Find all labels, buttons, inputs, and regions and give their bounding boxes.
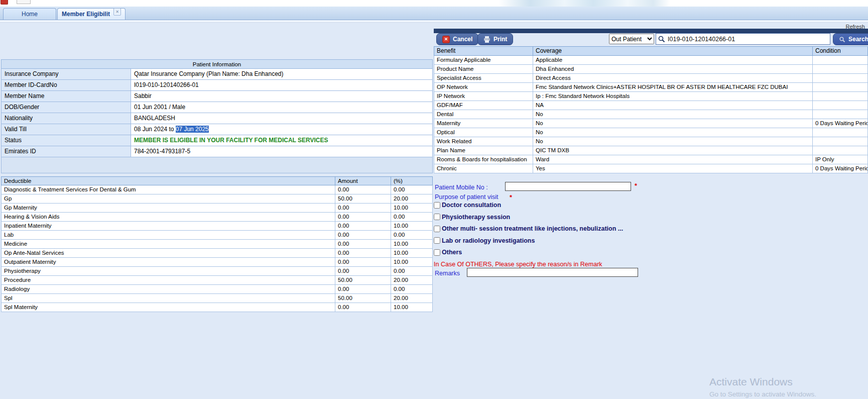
deductible-percent-cell: 20.00 xyxy=(391,276,432,284)
remarks-label: Remarks xyxy=(435,270,460,277)
benefit-row: Plan NameQIC TM DXB xyxy=(434,146,868,155)
patient-info-row: Insurance CompanyQatar Insurance Company… xyxy=(1,69,433,80)
deductible-name-cell: Spl xyxy=(2,294,335,303)
coverage-cell: No xyxy=(533,119,812,128)
tab-home-label: Home xyxy=(22,11,38,18)
search-input[interactable] xyxy=(667,35,830,43)
patient-info-row: Member NameSabbir xyxy=(1,91,433,102)
deductible-amount-cell: 50.00 xyxy=(335,194,391,203)
selected-date-text: 07 Jun 2025 xyxy=(176,126,209,133)
benefit-name-cell: Chronic xyxy=(434,164,533,173)
tab-member-label: Member Eligibilit xyxy=(62,11,110,18)
patient-info-row: Emirates ID784-2001-4793187-5 xyxy=(1,146,433,157)
deductible-percent-cell: 0.00 xyxy=(391,231,432,239)
tab-home[interactable]: Home xyxy=(3,8,56,20)
deductible-row: Lab0.000.00 xyxy=(1,231,433,240)
benefit-name-cell: Formulary Applicable xyxy=(434,56,533,64)
visit-option[interactable]: Other multi- session treatment like inje… xyxy=(434,225,695,232)
deductible-table: Deductible Amount (%) Diagnostic & Treat… xyxy=(1,176,433,312)
coverage-cell: No xyxy=(533,128,812,137)
cancel-button[interactable]: ✕ Cancel xyxy=(436,33,478,45)
field-label: Nationality xyxy=(2,113,131,124)
condition-cell: IP Only xyxy=(812,155,867,164)
deductible-row: Op Ante-Natal Services0.0010.00 xyxy=(1,249,433,258)
visit-option-checkbox[interactable] xyxy=(434,202,440,209)
deductible-amount-cell: 0.00 xyxy=(335,249,391,257)
visit-option[interactable]: Lab or radiology investigations xyxy=(434,237,695,244)
visit-option-label: Doctor consultation xyxy=(442,202,501,209)
deductible-percent-cell: 0.00 xyxy=(391,267,432,275)
amount-header: Amount xyxy=(335,177,391,185)
visit-option-checkbox[interactable] xyxy=(434,237,440,244)
field-value-text: 01 Jun 2001 / Male xyxy=(134,104,185,111)
patient-type-select[interactable]: Out Patient xyxy=(609,34,654,44)
visit-option-label: Lab or radiology investigations xyxy=(442,237,535,244)
search-label: Search xyxy=(848,36,868,43)
activate-windows-subtext: Go to Settings to activate Windows. xyxy=(709,390,816,398)
deductible-percent-cell: 20.00 xyxy=(391,194,432,203)
deductible-row: Inpatient Maternity0.0010.00 xyxy=(1,222,433,231)
close-tab-icon[interactable]: ✕ xyxy=(113,8,121,16)
logo-fragment-icon xyxy=(1,0,8,5)
deductible-row: Hearing & Vision Aids0.000.00 xyxy=(1,213,433,222)
benefit-name-cell: Maternity xyxy=(434,119,533,128)
deductible-amount-cell: 0.00 xyxy=(335,185,391,194)
benefit-row: Specialist AccessDirect Access xyxy=(434,74,868,83)
coverage-cell: No xyxy=(533,137,812,146)
deductible-amount-cell: 50.00 xyxy=(335,276,391,284)
deductible-name-cell: Procedure xyxy=(2,276,335,284)
visit-option-checkbox[interactable] xyxy=(434,214,440,220)
visit-option-checkbox[interactable] xyxy=(434,249,440,256)
visit-option[interactable]: Physiotherapy session xyxy=(434,214,695,221)
cancel-icon: ✕ xyxy=(442,36,450,43)
benefit-row: GDF/MAFNA xyxy=(434,101,868,110)
deductible-percent-cell: 10.00 xyxy=(391,240,432,248)
field-value: 01 Jun 2001 / Male xyxy=(131,102,432,113)
deductible-amount-cell: 0.00 xyxy=(335,303,391,312)
deductible-row: Spl Maternity0.0010.00 xyxy=(1,303,433,312)
patient-mobile-input[interactable] xyxy=(505,182,631,191)
coverage-cell: QIC TM DXB xyxy=(533,146,812,155)
search-button[interactable]: Search xyxy=(833,33,868,45)
deductible-row: Medicine0.0010.00 xyxy=(1,240,433,249)
visit-option[interactable]: Doctor consultation xyxy=(434,202,695,209)
deductible-percent-cell: 10.00 xyxy=(391,204,432,212)
empty-row-band xyxy=(1,157,433,173)
remarks-input[interactable] xyxy=(467,268,638,277)
field-value-text: 784-2001-4793187-5 xyxy=(134,148,190,155)
field-value: Sabbir xyxy=(131,91,432,102)
window-fragment xyxy=(17,0,31,4)
benefit-rows: Formulary ApplicableApplicableProduct Na… xyxy=(434,56,868,173)
banner-photo xyxy=(500,0,670,7)
field-value-text: BANGLADESH xyxy=(134,115,175,122)
benefit-name-cell: OP Network xyxy=(434,83,533,91)
tab-member-eligibility[interactable]: Member Eligibilit ✕ xyxy=(57,8,126,20)
benefit-table: Benefit Coverage Condition Formulary App… xyxy=(434,46,868,173)
condition-cell xyxy=(812,56,867,64)
benefit-header: Benefit xyxy=(434,47,533,55)
condition-cell: 0 Days Waiting Period xyxy=(812,164,867,173)
benefit-header-row: Benefit Coverage Condition xyxy=(434,46,868,56)
mobile-required-asterisk: * xyxy=(635,182,637,189)
member-eligibility-screen: Home Member Eligibilit ✕ Refresh Patient… xyxy=(0,0,868,399)
patient-info-table: Patient Information Insurance CompanyQat… xyxy=(1,59,433,157)
deductible-name-cell: Op Ante-Natal Services xyxy=(2,249,335,257)
percent-header: (%) xyxy=(391,177,432,185)
deductible-name-cell: Gp Maternity xyxy=(2,204,335,212)
benefit-name-cell: Specialist Access xyxy=(434,74,533,82)
print-button[interactable]: Print xyxy=(477,33,513,45)
visit-option-checkbox[interactable] xyxy=(434,226,440,232)
coverage-cell: Ward xyxy=(533,155,812,164)
benefit-name-cell: Dental xyxy=(434,110,533,119)
deductible-amount-cell: 0.00 xyxy=(335,258,391,266)
field-value: 784-2001-4793187-5 xyxy=(131,146,432,157)
visit-option[interactable]: Others xyxy=(434,249,695,256)
printer-icon xyxy=(483,36,490,43)
benefit-name-cell: Work Related xyxy=(434,137,533,146)
benefit-row: Work RelatedNo xyxy=(434,137,868,146)
condition-cell: 0 Days Waiting Period xyxy=(812,119,867,128)
deductible-percent-cell: 10.00 xyxy=(391,303,432,312)
deductible-header-row: Deductible Amount (%) xyxy=(1,176,433,185)
field-label: Member ID-CardNo xyxy=(2,80,131,90)
deductible-row: Gp50.0020.00 xyxy=(1,194,433,204)
